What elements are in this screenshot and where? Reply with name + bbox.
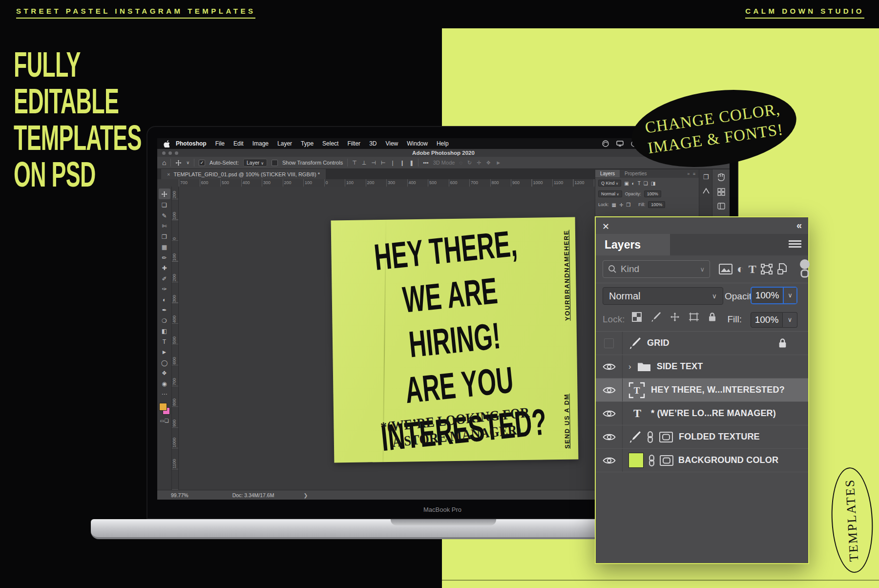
menubar-item[interactable]: Photoshop <box>176 140 207 147</box>
align-icon[interactable]: ❙ <box>400 160 404 166</box>
opacity-dropdown-icon[interactable]: ∨ <box>783 288 796 303</box>
tool-icon[interactable]: ❏ <box>162 200 167 211</box>
mini-opacity-value[interactable]: 100% <box>644 190 661 197</box>
menubar-item[interactable]: Edit <box>233 140 244 147</box>
move-tool-icon[interactable] <box>175 160 182 166</box>
mini-lock-icon[interactable]: ▦ <box>612 202 616 208</box>
close-icon[interactable]: ✕ <box>602 221 609 232</box>
fill-control[interactable]: 100% ∨ <box>751 312 797 328</box>
auto-select-target-dropdown[interactable]: Layer ∨ <box>243 159 267 167</box>
lock-transparent-icon[interactable] <box>632 312 642 322</box>
opacity-control[interactable]: 100% ∨ <box>751 287 797 304</box>
mini-kind-filter[interactable]: Q Kind ∨ <box>598 180 621 187</box>
mini-filter-icon[interactable]: ▣ <box>624 181 628 186</box>
dock-icon-grid[interactable] <box>717 188 725 196</box>
mini-panel-menu[interactable]: » ≡ <box>687 171 699 176</box>
lock-pixels-brush-icon[interactable] <box>650 312 661 322</box>
move-dropdown-icon[interactable]: ∨ <box>186 160 189 165</box>
visibility-cell[interactable] <box>596 332 623 355</box>
dock-icon-hand[interactable] <box>717 173 726 181</box>
tool-icon[interactable]: ◐ <box>163 295 166 306</box>
eye-icon[interactable] <box>603 456 616 465</box>
tool-icon[interactable]: ⋯ <box>162 389 167 400</box>
visibility-cell[interactable] <box>596 378 623 401</box>
mini-filter-icon[interactable]: ❏ <box>644 181 648 186</box>
eye-icon[interactable] <box>603 433 616 441</box>
menubar-item[interactable]: Select <box>322 140 338 147</box>
menubar-item[interactable]: Image <box>252 140 269 147</box>
tool-icon[interactable]: ◯ <box>161 358 167 369</box>
tool-icon[interactable]: ▦ <box>162 242 167 253</box>
auto-select-checkbox[interactable]: ✓ <box>199 160 205 166</box>
menubar-item[interactable]: File <box>215 140 225 147</box>
tool-icon[interactable]: ✑ <box>162 284 167 295</box>
tool-icon[interactable]: ◧ <box>162 326 167 337</box>
mini-lock-icon[interactable]: ✛ <box>619 202 623 208</box>
mini-filter-icon[interactable]: ◨ <box>651 181 655 186</box>
layer-row-folded-texture[interactable]: FOLDED TEXTURE <box>596 425 808 449</box>
menubar-item[interactable]: Help <box>437 140 449 147</box>
lock-position-icon[interactable] <box>670 312 680 322</box>
mini-tab-properties[interactable]: Properties <box>620 170 652 177</box>
zoom-level[interactable]: 99.77% <box>171 492 188 498</box>
opacity-value-input[interactable]: 100% <box>752 288 783 303</box>
tool-icon[interactable]: ✄ <box>162 221 167 232</box>
tool-icon[interactable]: ✏ <box>162 253 167 264</box>
status-chevron-icon[interactable]: ❯ <box>303 492 308 498</box>
kind-filter-dropdown[interactable]: Kind ∨ <box>603 260 710 278</box>
mini-fill-value[interactable]: 100% <box>648 201 665 208</box>
menubar-item[interactable]: 3D <box>369 140 377 147</box>
window-traffic-lights[interactable] <box>162 151 178 155</box>
tool-icon[interactable]: ► <box>162 347 167 358</box>
more-options-icon[interactable]: ••• <box>423 160 429 166</box>
lock-all-icon[interactable] <box>708 312 716 322</box>
blend-mode-dropdown[interactable]: Normal ∨ <box>603 287 723 305</box>
tool-icon[interactable]: ❖ <box>162 368 167 379</box>
align-icon[interactable]: ⊢ <box>381 160 386 166</box>
color-swatches[interactable] <box>159 403 170 415</box>
tool-icon[interactable]: ✐ <box>162 274 167 285</box>
tool-icon[interactable]: ❍ <box>162 316 167 327</box>
header-left-link[interactable]: STREET PASTEL INSTAGRAM TEMPLATES <box>16 7 255 19</box>
dock-icon-paragraph[interactable]: ❐ <box>703 173 709 181</box>
visibility-cell[interactable] <box>596 402 623 425</box>
menubar-item[interactable]: Layer <box>277 140 292 147</box>
expand-chevron-icon[interactable]: › <box>628 362 631 372</box>
layer-row-background-color[interactable]: BACKGROUND COLOR <box>596 449 808 472</box>
display-icon[interactable] <box>616 141 624 147</box>
filter-toggle-icon[interactable] <box>798 258 811 278</box>
tool-icon[interactable]: ✚ <box>162 263 167 274</box>
menubar-item[interactable]: Filter <box>347 140 360 147</box>
tab-close-icon[interactable]: × <box>167 171 170 177</box>
mini-filter-icon[interactable]: T <box>638 181 641 186</box>
filter-adjustment-icon[interactable]: ◐ <box>737 262 744 276</box>
tool-icon[interactable]: ✎ <box>162 211 167 222</box>
show-transform-checkbox[interactable]: ✓ <box>272 160 278 166</box>
menubar-item[interactable]: Window <box>407 140 428 147</box>
layer-row-hey-there[interactable]: T HEY THERE, W...INTERESTED? <box>596 378 808 402</box>
fill-value-input[interactable]: 100% <box>751 312 783 328</box>
align-icon[interactable]: ⊥ <box>362 160 367 166</box>
tool-footer-icon[interactable]: ▭ <box>160 418 164 423</box>
home-icon[interactable]: ⌂ <box>162 159 166 167</box>
dock-icon-swatches[interactable] <box>717 203 725 210</box>
visibility-off-checkbox[interactable] <box>604 338 614 348</box>
collapse-panel-icon[interactable]: « <box>796 220 801 231</box>
header-right-link[interactable]: CALM DOWN STUDIO <box>745 7 864 19</box>
dock-icon-libraries[interactable] <box>702 188 710 194</box>
filter-smart-object-icon[interactable] <box>777 263 788 275</box>
align-icon[interactable]: ❘ <box>391 160 395 166</box>
mini-blend-dropdown[interactable]: Normal ∨ <box>598 190 622 197</box>
mini-tab-layers[interactable]: Layers <box>595 170 620 177</box>
apple-logo-icon[interactable] <box>163 140 169 147</box>
fill-dropdown-icon[interactable]: ∨ <box>783 312 797 328</box>
foreground-color-swatch[interactable] <box>159 403 167 411</box>
lock-artboard-icon[interactable] <box>689 312 699 322</box>
align-icon[interactable]: ⊤ <box>352 160 357 166</box>
layers-tab[interactable]: Layers <box>596 234 670 255</box>
tool-icon[interactable]: ✒ <box>162 305 167 316</box>
visibility-cell[interactable] <box>596 355 623 378</box>
document-tab[interactable]: × TEMPLATE_GRID_01.psd @ 100% (STICKER V… <box>161 169 326 179</box>
tool-icon[interactable]: ❐ <box>162 232 167 243</box>
menubar-item[interactable]: View <box>385 140 398 147</box>
